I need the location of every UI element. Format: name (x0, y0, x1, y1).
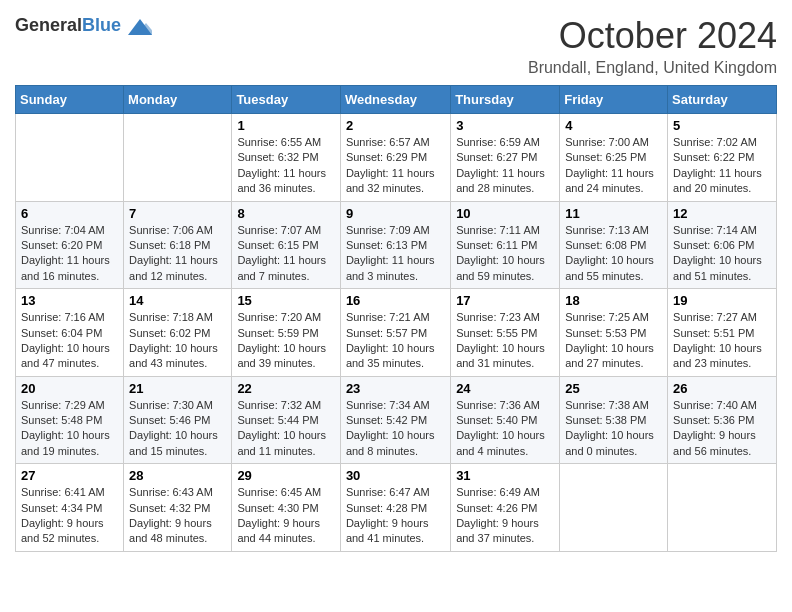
cell-content: Sunrise: 6:45 AM (237, 485, 335, 500)
day-number: 8 (237, 206, 335, 221)
week-row-3: 13Sunrise: 7:16 AMSunset: 6:04 PMDayligh… (16, 289, 777, 377)
calendar-cell: 18Sunrise: 7:25 AMSunset: 5:53 PMDayligh… (560, 289, 668, 377)
cell-content: Daylight: 11 hours and 16 minutes. (21, 253, 118, 284)
calendar-cell: 4Sunrise: 7:00 AMSunset: 6:25 PMDaylight… (560, 114, 668, 202)
day-number: 22 (237, 381, 335, 396)
day-number: 16 (346, 293, 445, 308)
calendar-cell: 13Sunrise: 7:16 AMSunset: 6:04 PMDayligh… (16, 289, 124, 377)
cell-content: Sunrise: 6:59 AM (456, 135, 554, 150)
day-header-saturday: Saturday (668, 86, 777, 114)
day-number: 20 (21, 381, 118, 396)
cell-content: Sunrise: 6:41 AM (21, 485, 118, 500)
cell-content: Sunset: 5:38 PM (565, 413, 662, 428)
calendar-cell (560, 464, 668, 552)
cell-content: Sunset: 6:13 PM (346, 238, 445, 253)
cell-content: Sunrise: 7:25 AM (565, 310, 662, 325)
calendar-cell: 5Sunrise: 7:02 AMSunset: 6:22 PMDaylight… (668, 114, 777, 202)
day-number: 3 (456, 118, 554, 133)
calendar-cell: 28Sunrise: 6:43 AMSunset: 4:32 PMDayligh… (124, 464, 232, 552)
calendar-cell: 31Sunrise: 6:49 AMSunset: 4:26 PMDayligh… (451, 464, 560, 552)
week-row-4: 20Sunrise: 7:29 AMSunset: 5:48 PMDayligh… (16, 376, 777, 464)
cell-content: Sunset: 5:40 PM (456, 413, 554, 428)
cell-content: Sunset: 4:34 PM (21, 501, 118, 516)
calendar-cell: 16Sunrise: 7:21 AMSunset: 5:57 PMDayligh… (340, 289, 450, 377)
calendar-cell: 10Sunrise: 7:11 AMSunset: 6:11 PMDayligh… (451, 201, 560, 289)
cell-content: Sunrise: 7:29 AM (21, 398, 118, 413)
cell-content: Sunset: 5:44 PM (237, 413, 335, 428)
day-number: 26 (673, 381, 771, 396)
cell-content: Sunset: 5:57 PM (346, 326, 445, 341)
calendar-cell (124, 114, 232, 202)
cell-content: Sunrise: 7:36 AM (456, 398, 554, 413)
cell-content: Sunrise: 7:13 AM (565, 223, 662, 238)
cell-content: Sunset: 4:28 PM (346, 501, 445, 516)
cell-content: Daylight: 10 hours and 59 minutes. (456, 253, 554, 284)
cell-content: Sunset: 6:11 PM (456, 238, 554, 253)
cell-content: Sunset: 5:53 PM (565, 326, 662, 341)
cell-content: Daylight: 10 hours and 39 minutes. (237, 341, 335, 372)
cell-content: Sunrise: 7:18 AM (129, 310, 226, 325)
day-number: 29 (237, 468, 335, 483)
day-number: 17 (456, 293, 554, 308)
calendar-cell: 1Sunrise: 6:55 AMSunset: 6:32 PMDaylight… (232, 114, 341, 202)
cell-content: Sunset: 6:04 PM (21, 326, 118, 341)
calendar-cell: 22Sunrise: 7:32 AMSunset: 5:44 PMDayligh… (232, 376, 341, 464)
day-header-sunday: Sunday (16, 86, 124, 114)
day-header-monday: Monday (124, 86, 232, 114)
calendar-cell: 9Sunrise: 7:09 AMSunset: 6:13 PMDaylight… (340, 201, 450, 289)
week-row-5: 27Sunrise: 6:41 AMSunset: 4:34 PMDayligh… (16, 464, 777, 552)
cell-content: Daylight: 10 hours and 4 minutes. (456, 428, 554, 459)
header-row: SundayMondayTuesdayWednesdayThursdayFrid… (16, 86, 777, 114)
cell-content: Daylight: 9 hours and 44 minutes. (237, 516, 335, 547)
calendar-table: SundayMondayTuesdayWednesdayThursdayFrid… (15, 85, 777, 552)
cell-content: Sunset: 6:25 PM (565, 150, 662, 165)
cell-content: Sunset: 6:15 PM (237, 238, 335, 253)
cell-content: Daylight: 10 hours and 31 minutes. (456, 341, 554, 372)
day-number: 5 (673, 118, 771, 133)
cell-content: Daylight: 11 hours and 12 minutes. (129, 253, 226, 284)
calendar-cell: 6Sunrise: 7:04 AMSunset: 6:20 PMDaylight… (16, 201, 124, 289)
cell-content: Sunrise: 7:06 AM (129, 223, 226, 238)
cell-content: Daylight: 10 hours and 55 minutes. (565, 253, 662, 284)
calendar-cell: 3Sunrise: 6:59 AMSunset: 6:27 PMDaylight… (451, 114, 560, 202)
logo-general-text: General (15, 15, 82, 35)
cell-content: Daylight: 10 hours and 11 minutes. (237, 428, 335, 459)
cell-content: Sunset: 6:29 PM (346, 150, 445, 165)
day-header-friday: Friday (560, 86, 668, 114)
day-number: 27 (21, 468, 118, 483)
cell-content: Daylight: 11 hours and 32 minutes. (346, 166, 445, 197)
cell-content: Sunset: 5:55 PM (456, 326, 554, 341)
day-number: 4 (565, 118, 662, 133)
calendar-cell (16, 114, 124, 202)
calendar-header: SundayMondayTuesdayWednesdayThursdayFrid… (16, 86, 777, 114)
calendar-cell: 17Sunrise: 7:23 AMSunset: 5:55 PMDayligh… (451, 289, 560, 377)
day-number: 18 (565, 293, 662, 308)
cell-content: Daylight: 11 hours and 7 minutes. (237, 253, 335, 284)
day-number: 21 (129, 381, 226, 396)
cell-content: Sunrise: 7:02 AM (673, 135, 771, 150)
location: Brundall, England, United Kingdom (528, 59, 777, 77)
day-number: 1 (237, 118, 335, 133)
cell-content: Sunrise: 7:04 AM (21, 223, 118, 238)
cell-content: Daylight: 11 hours and 36 minutes. (237, 166, 335, 197)
cell-content: Daylight: 10 hours and 27 minutes. (565, 341, 662, 372)
cell-content: Daylight: 11 hours and 20 minutes. (673, 166, 771, 197)
cell-content: Daylight: 10 hours and 35 minutes. (346, 341, 445, 372)
cell-content: Sunrise: 7:14 AM (673, 223, 771, 238)
cell-content: Sunrise: 7:23 AM (456, 310, 554, 325)
day-header-thursday: Thursday (451, 86, 560, 114)
cell-content: Sunset: 4:30 PM (237, 501, 335, 516)
calendar-cell: 15Sunrise: 7:20 AMSunset: 5:59 PMDayligh… (232, 289, 341, 377)
day-number: 9 (346, 206, 445, 221)
day-number: 15 (237, 293, 335, 308)
cell-content: Sunset: 5:48 PM (21, 413, 118, 428)
calendar-cell: 23Sunrise: 7:34 AMSunset: 5:42 PMDayligh… (340, 376, 450, 464)
cell-content: Sunrise: 6:57 AM (346, 135, 445, 150)
cell-content: Sunrise: 7:00 AM (565, 135, 662, 150)
day-number: 6 (21, 206, 118, 221)
calendar-body: 1Sunrise: 6:55 AMSunset: 6:32 PMDaylight… (16, 114, 777, 552)
cell-content: Sunrise: 6:49 AM (456, 485, 554, 500)
cell-content: Sunrise: 7:32 AM (237, 398, 335, 413)
logo-blue-text: Blue (82, 15, 121, 35)
cell-content: Sunrise: 7:16 AM (21, 310, 118, 325)
